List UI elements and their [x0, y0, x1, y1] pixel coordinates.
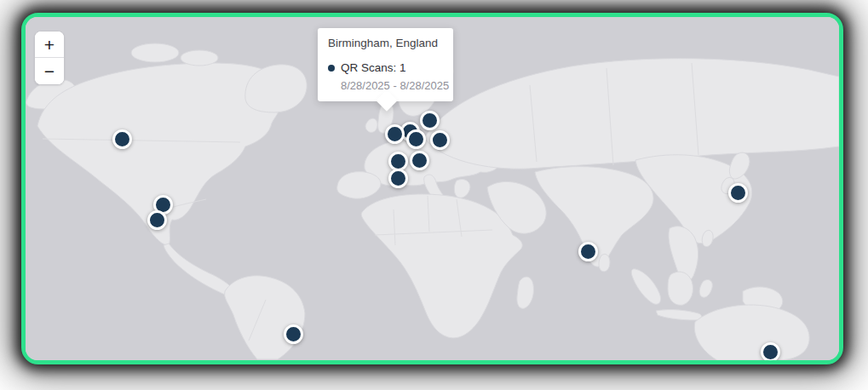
map-card: + − Birmingham, England QR Scans: 1 8/28… — [21, 13, 843, 364]
map-marker[interactable] — [430, 130, 450, 150]
map-marker[interactable] — [728, 183, 748, 203]
zoom-out-button[interactable]: − — [35, 58, 64, 84]
map-marker[interactable] — [284, 324, 303, 344]
tooltip-date-range: 8/28/2025 - 8/28/2025 — [341, 79, 443, 93]
landmass-sri-lanka — [599, 254, 610, 271]
landmass-arctic-islands — [181, 50, 218, 66]
map-marker[interactable] — [406, 129, 426, 149]
map-marker[interactable] — [420, 111, 440, 130]
map-marker[interactable] — [147, 210, 167, 230]
landmass-borneo — [668, 272, 693, 305]
map-marker[interactable] — [578, 242, 598, 261]
map-marker[interactable] — [388, 169, 408, 188]
map-marker[interactable] — [112, 129, 132, 149]
map-marker[interactable] — [761, 342, 780, 360]
tooltip-title: Birmingham, England — [328, 36, 443, 50]
zoom-in-button[interactable]: + — [35, 32, 64, 58]
map-marker[interactable] — [385, 124, 405, 144]
map-marker[interactable] — [410, 151, 429, 170]
tooltip-metric: QR Scans: 1 — [341, 61, 406, 75]
zoom-controls: + − — [34, 31, 65, 85]
tooltip-metric-row: QR Scans: 1 — [328, 61, 443, 75]
map-viewport[interactable]: + − Birmingham, England QR Scans: 1 8/28… — [26, 17, 839, 360]
landmass-arctic-islands — [131, 43, 179, 62]
map-tooltip: Birmingham, England QR Scans: 1 8/28/202… — [318, 28, 453, 101]
page: { "card": { "border_color": "#2EE08C" },… — [0, 0, 868, 390]
series-dot-icon — [328, 65, 335, 72]
